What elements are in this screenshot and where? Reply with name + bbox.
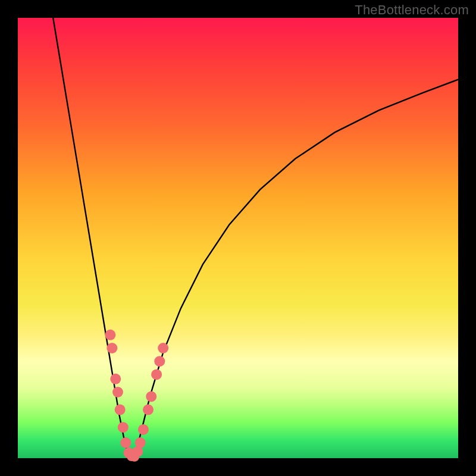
data-dot	[110, 374, 121, 384]
data-dot	[118, 422, 129, 433]
data-dot	[138, 424, 149, 435]
watermark-text: TheBottleneck.com	[355, 2, 469, 18]
data-dot	[143, 405, 154, 415]
dots-group	[105, 330, 168, 462]
chart-frame: TheBottleneck.com	[0, 0, 476, 476]
data-dot	[151, 369, 162, 380]
data-dot	[158, 343, 168, 353]
data-dot	[107, 343, 117, 353]
data-dot	[120, 437, 131, 448]
data-dot	[135, 437, 146, 448]
data-dot	[130, 452, 139, 462]
data-dot	[112, 387, 123, 397]
data-dot	[154, 356, 165, 367]
data-dot	[146, 391, 156, 402]
data-dot	[105, 330, 115, 340]
curve-svg	[18, 18, 458, 458]
plot-area	[18, 18, 458, 458]
data-dot	[115, 405, 126, 415]
right-curve	[132, 80, 458, 458]
